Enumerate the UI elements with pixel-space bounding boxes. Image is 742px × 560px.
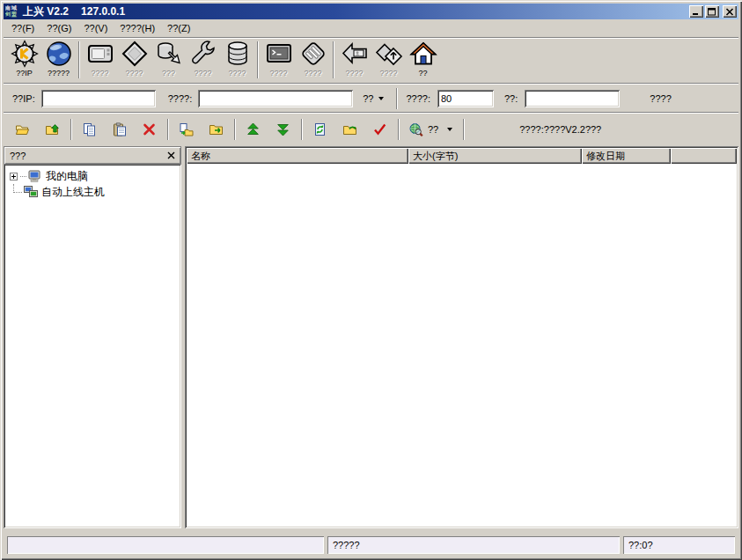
minimize-button[interactable] xyxy=(689,5,703,18)
ip-label: ??IP: xyxy=(12,93,35,104)
maximize-button[interactable] xyxy=(705,5,719,18)
toolbar-button-capture[interactable]: ???? xyxy=(337,40,371,82)
toolbar-button-upgrade[interactable]: ???? xyxy=(371,40,406,82)
password-input[interactable] xyxy=(525,90,620,107)
column-header-modified[interactable]: 修改日期 xyxy=(582,148,671,164)
status-panel-right: ??:0? xyxy=(623,536,735,554)
port-label: ????: xyxy=(406,93,430,104)
menu-file[interactable]: ??(F) xyxy=(5,21,40,35)
copy-button[interactable] xyxy=(77,119,100,140)
toolbar-button-screen[interactable]: ???? xyxy=(83,40,117,82)
open-folder-button[interactable] xyxy=(11,119,33,140)
hosts-panel-title: ??? xyxy=(10,151,26,161)
apply-button[interactable] xyxy=(368,119,391,140)
paste-button[interactable] xyxy=(107,119,130,140)
close-icon xyxy=(167,151,175,159)
port-input[interactable] xyxy=(437,90,494,107)
refresh-icon xyxy=(312,122,327,136)
toolbar-button-settings[interactable]: ???? xyxy=(186,40,220,82)
search-dropdown[interactable]: ?? xyxy=(408,122,452,136)
disk-diamond-icon xyxy=(121,40,149,68)
copy-icon xyxy=(82,122,97,136)
chevron-down-icon xyxy=(378,97,384,100)
toolbar-label: ???? xyxy=(304,69,321,77)
home-icon xyxy=(409,40,437,68)
tree-item-auto-online-hosts[interactable]: 自动上线主机 xyxy=(5,184,180,200)
keyboard-diamond-icon xyxy=(299,40,327,68)
paste-icon xyxy=(112,122,127,136)
toolbar-status-text: ????:????V2.2??? xyxy=(519,124,601,135)
download-button[interactable] xyxy=(271,119,294,140)
expand-plus-toggle[interactable] xyxy=(10,173,18,181)
toolbar-separator xyxy=(78,41,80,78)
toolbar-label: ???? xyxy=(194,69,211,77)
double-chevron-down-icon xyxy=(275,122,290,136)
toolbar-button-process[interactable]: ??? xyxy=(151,40,186,82)
status-panel-middle: ????? xyxy=(327,536,620,554)
upload-button[interactable] xyxy=(241,119,264,140)
toolbar-label: ???? xyxy=(269,69,287,77)
status-bar: ????? ??:0? xyxy=(4,534,738,556)
logo-text-top: 南域 xyxy=(5,5,19,11)
ip-input[interactable] xyxy=(41,90,156,107)
globe-icon xyxy=(45,40,73,68)
tree-item-my-computer[interactable]: 我的电脑 xyxy=(5,168,180,184)
goto-folder-button[interactable] xyxy=(338,119,361,140)
refresh-button[interactable] xyxy=(308,119,331,140)
move-to-folder-button[interactable] xyxy=(174,119,197,140)
app-window: 南域 剑盟 上兴 V2.2 127.0.0.1 ??(F) ??(G) ??(V… xyxy=(0,0,742,560)
tree-connector xyxy=(20,176,26,177)
toolbar-label: ????? xyxy=(48,69,70,77)
delete-button[interactable] xyxy=(137,119,160,140)
column-header-size[interactable]: 大小(字节) xyxy=(408,148,582,164)
terminal-icon xyxy=(265,40,293,68)
window-title-ip: 127.0.0.1 xyxy=(81,5,125,18)
file-list: 名称 大小(字节) 修改日期 xyxy=(185,146,738,528)
menu-help[interactable]: ????(H) xyxy=(114,21,161,35)
toolbar-button-disk[interactable]: ???? xyxy=(117,40,151,82)
toolbar-button-config-ip[interactable]: ??IP xyxy=(7,40,41,82)
mode-dropdown[interactable]: ?? xyxy=(358,92,388,106)
menu-about[interactable]: ??(Z) xyxy=(161,21,196,35)
domain-input[interactable] xyxy=(198,90,353,107)
cylinder-arrow-icon xyxy=(155,40,183,68)
toolbar-button-keylog[interactable]: ???? xyxy=(296,40,330,82)
status-panel-left xyxy=(7,536,324,554)
file-list-header: 名称 大小(字节) 修改日期 xyxy=(187,148,737,164)
maximize-icon xyxy=(708,8,716,16)
panel-close-button[interactable] xyxy=(165,151,177,160)
red-check-icon xyxy=(372,122,387,136)
folder-go-icon xyxy=(342,122,357,136)
menu-tools[interactable]: ??(G) xyxy=(40,21,77,35)
toolbar-separator xyxy=(257,41,259,78)
connection-bar: ??IP: ????: ?? ????: ??: ???? xyxy=(4,85,738,112)
menu-view[interactable]: ??(V) xyxy=(77,21,114,35)
status-right-text: ??:0? xyxy=(628,540,653,550)
column-header-name[interactable]: 名称 xyxy=(187,148,408,164)
toolbar-label: ?? xyxy=(418,69,427,77)
monitor-icon xyxy=(86,40,114,68)
toolbar-button-shell[interactable]: ???? xyxy=(261,40,296,82)
delete-x-icon xyxy=(142,122,157,136)
diamond-arrow-icon xyxy=(375,40,403,68)
toolbar-separator xyxy=(70,119,72,140)
menu-bar: ??(F) ??(G) ??(V) ????(H) ??(Z) xyxy=(4,19,738,37)
file-list-body[interactable] xyxy=(187,164,737,527)
toolbar-button-home[interactable]: ?? xyxy=(406,40,440,82)
folder-up-icon xyxy=(45,122,60,136)
column-header-empty[interactable] xyxy=(671,148,737,164)
toolbar-label: ??? xyxy=(162,69,175,77)
toolbar-separator xyxy=(396,88,398,109)
app-logo-icon: 南域 剑盟 xyxy=(5,4,19,18)
tree-item-label: 自动上线主机 xyxy=(41,185,105,200)
minimize-icon xyxy=(692,8,701,16)
extract-to-folder-button[interactable] xyxy=(204,119,227,140)
close-icon xyxy=(725,8,734,16)
close-button[interactable] xyxy=(723,5,737,18)
toolbar-button-registry[interactable]: ???? xyxy=(220,40,254,82)
toolbar-button-online[interactable]: ????? xyxy=(41,40,76,82)
hosts-panel-header: ??? xyxy=(4,146,181,164)
toolbar-label: ???? xyxy=(91,69,108,77)
folder-up-button[interactable] xyxy=(40,119,63,140)
connect-button[interactable]: ???? xyxy=(650,93,671,104)
